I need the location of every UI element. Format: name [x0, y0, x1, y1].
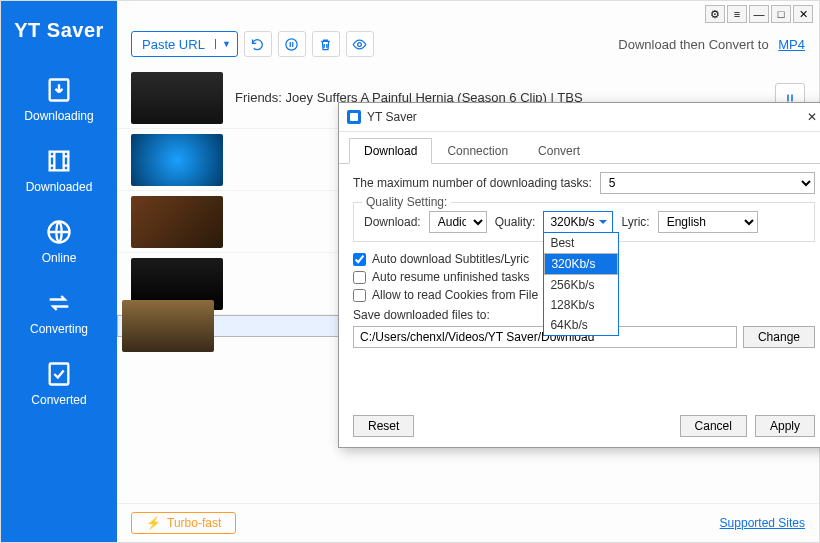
paste-url-label: Paste URL	[132, 37, 215, 52]
auto-resume-label: Auto resume unfinished tasks	[372, 270, 529, 284]
sidebar-item-label: Downloaded	[26, 180, 93, 194]
dialog-title: YT Saver	[367, 110, 797, 124]
convert-icon	[45, 289, 73, 317]
resume-all-button[interactable]	[244, 31, 272, 57]
dialog-close-button[interactable]: ✕	[803, 109, 820, 125]
auto-subtitles-label: Auto download Subtitles/Lyric	[372, 252, 529, 266]
sidebar-item-converted[interactable]: Converted	[1, 350, 117, 421]
convert-bar: Download then Convert to MP4	[618, 37, 805, 52]
quality-option[interactable]: 128Kb/s	[544, 295, 618, 315]
quality-label: Quality:	[495, 215, 536, 229]
supported-sites-link[interactable]: Supported Sites	[720, 516, 805, 530]
close-icon[interactable]: ✕	[793, 5, 813, 23]
dialog-titlebar: YT Saver ✕	[339, 103, 820, 132]
svg-rect-3	[50, 364, 69, 385]
convert-prefix: Download then Convert to	[618, 37, 768, 52]
quality-legend: Quality Setting:	[362, 195, 451, 209]
thumbnail	[131, 72, 223, 124]
film-icon	[45, 147, 73, 175]
svg-point-4	[286, 38, 297, 49]
thumbnail	[131, 134, 223, 186]
auto-subtitles-checkbox[interactable]	[353, 253, 366, 266]
sidebar-item-label: Online	[42, 251, 77, 265]
sidebar-item-downloading[interactable]: Downloading	[1, 66, 117, 137]
sidebar-item-label: Converting	[30, 322, 88, 336]
footer: ⚡ Turbo-fast Supported Sites	[117, 503, 819, 542]
app-logo: YT Saver	[14, 1, 104, 66]
auto-resume-checkbox[interactable]	[353, 271, 366, 284]
lyric-select[interactable]: English	[658, 211, 758, 233]
thumbnail	[131, 196, 223, 248]
thumbnail	[122, 300, 214, 352]
convert-format-link[interactable]: MP4	[778, 37, 805, 52]
max-tasks-select[interactable]: 5	[600, 172, 815, 194]
svg-rect-1	[50, 152, 69, 171]
quality-dropdown: Best 320Kb/s 256Kb/s 128Kb/s 64Kb/s	[543, 232, 619, 336]
sidebar: YT Saver Downloading Downloaded Online C…	[1, 1, 117, 542]
minimize-icon[interactable]: —	[749, 5, 769, 23]
sidebar-item-online[interactable]: Online	[1, 208, 117, 279]
chevron-down-icon[interactable]: ▼	[215, 39, 237, 49]
pause-circle-icon	[284, 37, 299, 52]
maximize-icon[interactable]: □	[771, 5, 791, 23]
sidebar-item-label: Converted	[31, 393, 86, 407]
change-path-button[interactable]: Change	[743, 326, 815, 348]
tab-download[interactable]: Download	[349, 138, 432, 164]
download-type-label: Download:	[364, 215, 421, 229]
app-icon	[347, 110, 361, 124]
pause-all-button[interactable]	[278, 31, 306, 57]
max-tasks-label: The maximum number of downloading tasks:	[353, 176, 592, 190]
download-type-select[interactable]: Audio	[429, 211, 487, 233]
done-icon	[45, 360, 73, 388]
eye-icon	[352, 37, 367, 52]
globe-icon	[45, 218, 73, 246]
download-icon	[45, 76, 73, 104]
tab-convert[interactable]: Convert	[523, 138, 595, 164]
svg-point-5	[358, 42, 362, 46]
allow-cookies-checkbox[interactable]	[353, 289, 366, 302]
reset-button[interactable]: Reset	[353, 415, 414, 437]
delete-button[interactable]	[312, 31, 340, 57]
preview-button[interactable]	[346, 31, 374, 57]
quality-select[interactable]: 320Kb/s	[543, 211, 613, 233]
settings-dialog: YT Saver ✕ Download Connection Convert T…	[338, 102, 820, 448]
settings-icon[interactable]: ⚙	[705, 5, 725, 23]
quality-option[interactable]: Best	[544, 233, 618, 253]
lyric-label: Lyric:	[621, 215, 649, 229]
turbo-label: Turbo-fast	[167, 516, 221, 530]
bolt-icon: ⚡	[146, 516, 161, 530]
turbo-fast-button[interactable]: ⚡ Turbo-fast	[131, 512, 236, 534]
trash-icon	[318, 37, 333, 52]
paste-url-button[interactable]: Paste URL ▼	[131, 31, 238, 57]
sidebar-item-downloaded[interactable]: Downloaded	[1, 137, 117, 208]
dialog-body: The maximum number of downloading tasks:…	[339, 163, 820, 356]
allow-cookies-label: Allow to read Cookies from File	[372, 288, 538, 302]
menu-icon[interactable]: ≡	[727, 5, 747, 23]
window-controls: ⚙ ≡ — □ ✕	[117, 1, 819, 27]
undo-icon	[250, 37, 265, 52]
cancel-button[interactable]: Cancel	[680, 415, 747, 437]
quality-option[interactable]: 320Kb/s	[544, 253, 618, 275]
sidebar-item-converting[interactable]: Converting	[1, 279, 117, 350]
quality-option[interactable]: 64Kb/s	[544, 315, 618, 335]
quality-option[interactable]: 256Kb/s	[544, 275, 618, 295]
quality-fieldset: Quality Setting: Download: Audio Quality…	[353, 202, 815, 242]
apply-button[interactable]: Apply	[755, 415, 815, 437]
tab-connection[interactable]: Connection	[432, 138, 523, 164]
sidebar-item-label: Downloading	[24, 109, 93, 123]
dialog-tabs: Download Connection Convert	[339, 132, 820, 164]
toolbar: Paste URL ▼ Download then Convert to MP4	[117, 27, 819, 67]
